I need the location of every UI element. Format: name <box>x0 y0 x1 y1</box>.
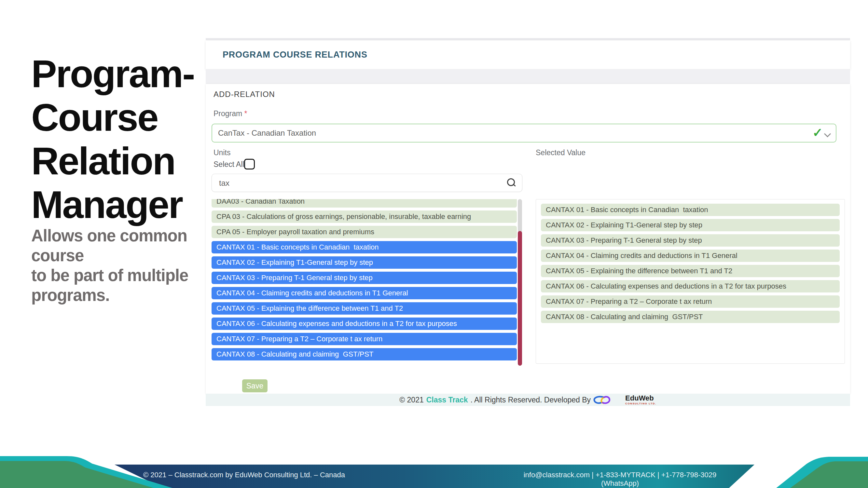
eduweb-logo: EduWeb CONSULTING LTD. <box>593 395 656 405</box>
units-search <box>212 174 522 192</box>
app-window-top-edge <box>206 38 850 40</box>
unit-option[interactable]: CANTAX 04 - Claiming credits and deducti… <box>212 287 517 299</box>
ribbon-copyright-text: © 2021 – Classtrack.com by EduWeb Consul… <box>143 471 345 479</box>
select-all-label: Select All <box>214 160 244 169</box>
search-icon[interactable] <box>507 178 515 186</box>
subtitle-line: Allows one common <box>31 226 188 246</box>
slide-subtitle: Allows one common course to be part of m… <box>31 226 188 305</box>
units-label: Units <box>214 148 230 157</box>
unit-option[interactable]: CANTAX 06 - Calculating expenses and ded… <box>212 318 517 330</box>
header-divider-band <box>206 69 850 84</box>
unit-option[interactable]: CANTAX 02 - Explaining T1-General step b… <box>212 256 517 269</box>
selected-value-item: CANTAX 06 - Calculating expenses and ded… <box>541 280 840 292</box>
eduweb-swirl-icon <box>593 395 623 405</box>
program-label: Program * <box>214 109 247 118</box>
unit-option[interactable]: CANTAX 07 - Preparing a T2 – Corporate t… <box>212 333 517 345</box>
selected-value-item: CANTAX 05 - Explaining the difference be… <box>541 265 840 277</box>
units-list-scrollbar[interactable] <box>518 199 522 366</box>
subtitle-line: to be part of multiple <box>31 265 188 285</box>
selected-value-item: CANTAX 02 - Explaining T1-General step b… <box>541 219 840 231</box>
unit-option[interactable]: CANTAX 08 - Calculating and claiming GST… <box>212 348 517 360</box>
required-asterisk: * <box>244 109 247 118</box>
selected-value-item: CANTAX 04 - Claiming credits and deducti… <box>541 250 840 262</box>
program-selected-value: CanTax - Canadian Taxation <box>218 129 316 138</box>
selected-values-panel: CANTAX 01 - Basic concepts in Canadian t… <box>536 199 845 364</box>
footer-copyright-prefix: © 2021 <box>399 396 424 404</box>
selected-value-label: Selected Value <box>536 148 586 157</box>
headline-line: Relation <box>31 139 194 183</box>
selected-value-item: CANTAX 07 - Preparing a T2 – Corporate t… <box>541 295 840 308</box>
section-title: ADD-RELATION <box>214 90 275 99</box>
page-title: PROGRAM COURSE RELATIONS <box>223 50 367 60</box>
selected-value-item: CANTAX 03 - Preparing T-1 General step b… <box>541 234 840 247</box>
search-input[interactable] <box>218 176 500 190</box>
unit-option[interactable]: CPA 03 - Calculations of gross earnings,… <box>212 210 517 223</box>
units-list[interactable]: DAA03 - Canadian TaxationCPA 03 - Calcul… <box>212 199 517 366</box>
program-select[interactable]: CanTax - Canadian Taxation ✓ <box>212 124 836 142</box>
unit-option[interactable]: CPA 05 - Employer payroll taxation and p… <box>212 226 517 238</box>
app-header-bar: PROGRAM COURSE RELATIONS <box>206 40 850 69</box>
chevron-down-icon <box>824 130 831 137</box>
headline-line: Program- <box>31 52 194 96</box>
subtitle-line: programs. <box>31 285 188 305</box>
slide-root: Program- Course Relation Manager Allows … <box>0 0 868 488</box>
headline-line: Course <box>31 96 194 139</box>
add-relation-card: ADD-RELATION Program * CanTax - Canadian… <box>206 84 850 394</box>
unit-option[interactable]: DAA03 - Canadian Taxation <box>212 199 517 207</box>
bottom-ribbon <box>0 455 868 488</box>
selected-value-item: CANTAX 08 - Calculating and claiming GST… <box>541 311 840 323</box>
footer-copyright-suffix: . All Rights Reserved. Developed By <box>471 396 591 404</box>
slide-headline: Program- Course Relation Manager <box>31 52 194 226</box>
scrollbar-thumb[interactable] <box>518 231 522 366</box>
valid-check-icon: ✓ <box>812 126 823 140</box>
app-footer: © 2021 Class Track . All Rights Reserved… <box>206 394 850 406</box>
unit-option[interactable]: CANTAX 01 - Basic concepts in Canadian t… <box>212 241 517 254</box>
unit-option[interactable]: CANTAX 03 - Preparing T-1 General step b… <box>212 272 517 284</box>
save-button[interactable]: Save <box>242 379 268 392</box>
subtitle-line: course <box>31 246 188 265</box>
unit-option[interactable]: CANTAX 05 - Explaining the difference be… <box>212 302 517 315</box>
headline-line: Manager <box>31 183 194 226</box>
eduweb-wordmark: EduWeb CONSULTING LTD. <box>625 395 656 405</box>
select-all-checkbox[interactable] <box>244 159 255 169</box>
ribbon-contact-text: info@classtrack.com | +1-833-MYTRACK | +… <box>513 471 727 488</box>
footer-brand-link[interactable]: Class Track <box>426 396 468 404</box>
selected-value-item: CANTAX 01 - Basic concepts in Canadian t… <box>541 204 840 216</box>
